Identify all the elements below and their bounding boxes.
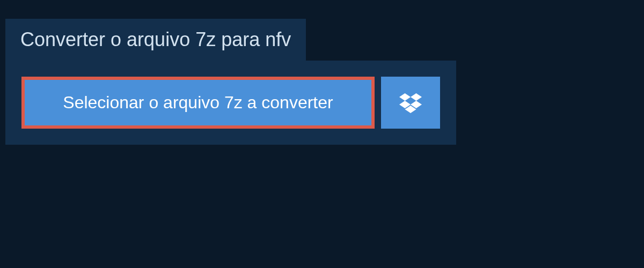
- upload-panel: Selecionar o arquivo 7z a converter: [5, 61, 456, 145]
- dropbox-button[interactable]: [381, 77, 440, 129]
- page-title: Converter o arquivo 7z para nfv: [5, 19, 306, 61]
- select-file-label: Selecionar o arquivo 7z a converter: [63, 93, 333, 113]
- page-title-text: Converter o arquivo 7z para nfv: [20, 28, 291, 50]
- dropbox-icon: [399, 92, 422, 114]
- select-file-button[interactable]: Selecionar o arquivo 7z a converter: [21, 77, 375, 129]
- main-container: Converter o arquivo 7z para nfv Selecion…: [0, 0, 644, 145]
